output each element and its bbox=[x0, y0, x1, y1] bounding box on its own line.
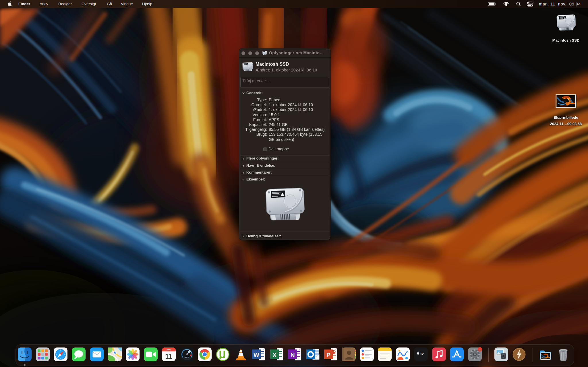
svg-text:11: 11 bbox=[165, 352, 172, 360]
svg-text:N: N bbox=[290, 352, 295, 358]
svg-text:X: X bbox=[272, 352, 276, 358]
svg-text:432.5: 432.5 bbox=[185, 356, 189, 358]
svg-text:W: W bbox=[254, 352, 259, 358]
svg-text:NOV: NOV bbox=[167, 349, 171, 351]
svg-text:tv: tv bbox=[420, 352, 424, 356]
svg-text:1: 1 bbox=[479, 348, 481, 351]
svg-text:P: P bbox=[326, 352, 330, 358]
